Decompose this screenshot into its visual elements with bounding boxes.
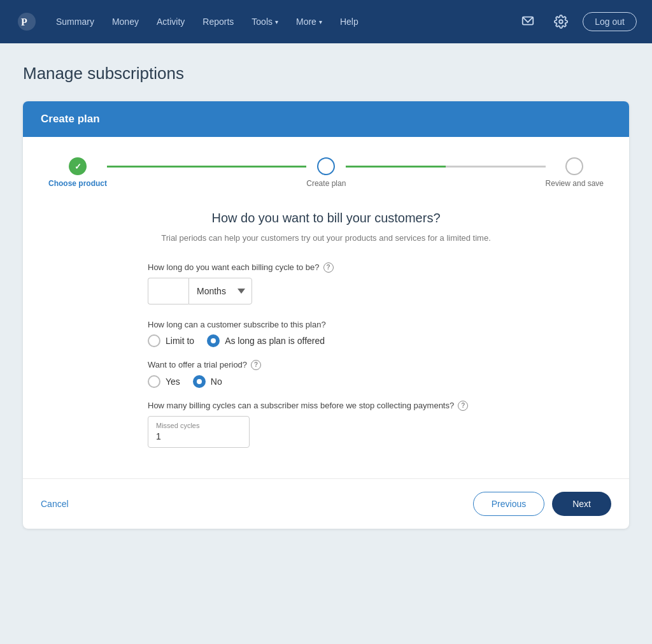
nav-more[interactable]: More ▾ xyxy=(288,11,330,32)
nav-help[interactable]: Help xyxy=(332,11,366,32)
nav-money[interactable]: Money xyxy=(104,11,146,32)
trial-no-option[interactable]: No xyxy=(193,375,222,388)
nav-tools[interactable]: Tools ▾ xyxy=(244,11,286,32)
as-long-radio[interactable] xyxy=(207,334,220,347)
subscribe-radio-group: Limit to As long as plan is offered xyxy=(148,334,504,347)
missed-cycles-group: How many billing cycles can a subscriber… xyxy=(148,401,504,448)
trial-yes-option[interactable]: Yes xyxy=(148,375,180,388)
billing-cycle-help-icon[interactable]: ? xyxy=(323,262,334,273)
trial-radio-group: Yes No xyxy=(148,375,504,388)
nav-right: Log out xyxy=(516,10,637,33)
step-create-plan: Create plan xyxy=(306,157,346,188)
previous-button[interactable]: Previous xyxy=(473,492,544,516)
missed-cycles-input-wrap: Missed cycles xyxy=(148,416,250,448)
subscribe-label: How long can a customer subscribe to thi… xyxy=(148,320,504,329)
trial-no-radio[interactable] xyxy=(193,375,206,388)
navbar: P Summary Money Activity Reports Tools ▾… xyxy=(0,0,652,43)
next-button[interactable]: Next xyxy=(552,492,611,516)
nav-summary[interactable]: Summary xyxy=(48,11,102,32)
step-review-save: Review and save xyxy=(546,157,604,188)
tools-dropdown-icon: ▾ xyxy=(275,18,278,25)
as-long-option[interactable]: As long as plan is offered xyxy=(207,334,325,347)
more-dropdown-icon: ▾ xyxy=(319,18,322,25)
trial-label: Want to offer a trial period? ? xyxy=(148,360,504,370)
connector-1 xyxy=(107,166,306,168)
svg-text:P: P xyxy=(21,17,27,27)
card-header-title: Create plan xyxy=(41,113,100,125)
cancel-button[interactable]: Cancel xyxy=(41,499,69,509)
step1-circle: ✓ xyxy=(69,157,87,175)
limit-to-option[interactable]: Limit to xyxy=(148,334,194,347)
billing-cycle-group: How long do you want each billing cycle … xyxy=(148,262,504,304)
step2-label: Create plan xyxy=(306,179,346,188)
missed-cycles-input[interactable] xyxy=(156,431,241,441)
trial-help-icon[interactable]: ? xyxy=(251,360,261,370)
page-title: Manage subscriptions xyxy=(23,64,629,83)
billing-form: How do you want to bill your customers? … xyxy=(148,211,504,448)
nav-activity[interactable]: Activity xyxy=(149,11,192,32)
paypal-logo: P xyxy=(15,10,38,33)
form-subtext: Trial periods can help your customers tr… xyxy=(148,232,504,245)
logout-button[interactable]: Log out xyxy=(583,12,637,31)
trial-yes-radio[interactable] xyxy=(148,375,160,388)
subscribe-duration-group: How long can a customer subscribe to thi… xyxy=(148,320,504,347)
billing-cycle-row: Days Weeks Months Years xyxy=(148,278,504,304)
billing-cycle-label: How long do you want each billing cycle … xyxy=(148,262,504,273)
svg-point-3 xyxy=(560,20,563,24)
footer-nav-buttons: Previous Next xyxy=(473,492,611,516)
missed-cycles-question: How many billing cycles can a subscriber… xyxy=(148,401,504,411)
nav-reports[interactable]: Reports xyxy=(195,11,241,32)
missed-cycles-field-label: Missed cycles xyxy=(156,422,241,429)
card-header: Create plan xyxy=(23,101,629,137)
limit-to-radio[interactable] xyxy=(148,334,160,347)
stepper: ✓ Choose product Create plan Review and … xyxy=(48,157,604,188)
trial-period-group: Want to offer a trial period? ? Yes No xyxy=(148,360,504,388)
billing-period-select[interactable]: Days Weeks Months Years xyxy=(188,278,252,304)
missed-cycles-help-icon[interactable]: ? xyxy=(458,401,468,411)
step3-circle xyxy=(565,157,583,175)
card-footer: Cancel Previous Next xyxy=(23,478,629,529)
step3-label: Review and save xyxy=(546,179,604,188)
form-heading: How do you want to bill your customers? xyxy=(148,211,504,225)
step-choose-product: ✓ Choose product xyxy=(48,157,107,188)
create-plan-card: Create plan ✓ Choose product Create plan xyxy=(23,101,629,529)
page-container: Manage subscriptions Create plan ✓ Choos… xyxy=(8,43,644,549)
message-icon-button[interactable] xyxy=(516,10,539,33)
settings-icon-button[interactable] xyxy=(549,10,572,33)
connector-2 xyxy=(346,166,545,168)
step2-circle xyxy=(317,157,335,175)
card-body: ✓ Choose product Create plan Review and … xyxy=(23,137,629,478)
billing-number-input[interactable] xyxy=(148,278,188,304)
step1-label: Choose product xyxy=(48,179,107,188)
